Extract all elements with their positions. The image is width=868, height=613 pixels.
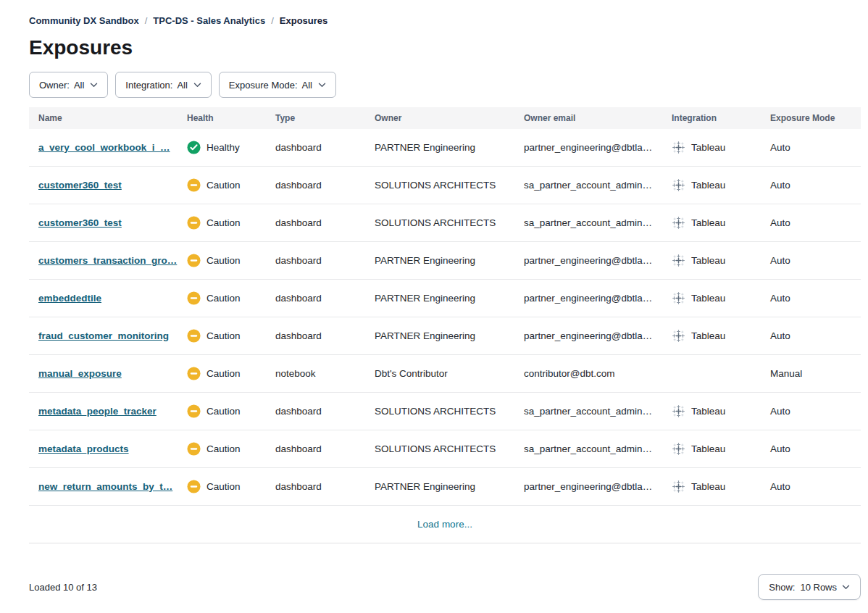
- exposure-mode-cell: Auto: [761, 406, 861, 417]
- footer-bar: Loaded 10 of 13 Show: 10 Rows: [29, 574, 861, 600]
- exposure-mode-cell: Auto: [761, 293, 861, 304]
- integration-cell: Tableau: [662, 216, 761, 230]
- exposure-mode-cell: Manual: [761, 368, 861, 379]
- caution-minus-icon: [187, 291, 201, 305]
- exposure-mode-cell: Auto: [761, 142, 861, 153]
- owner-email-cell: sa_partner_account_admin…: [514, 443, 662, 454]
- table-row: customer360_test Caution dashboard SOLUT…: [29, 167, 861, 204]
- exposure-mode-cell: Auto: [761, 255, 861, 266]
- integration-cell: Tableau: [662, 254, 761, 267]
- chevron-down-icon: [90, 83, 98, 88]
- exposure-mode-cell: Auto: [761, 217, 861, 228]
- integration-label: Tableau: [691, 330, 725, 341]
- tableau-icon: [672, 291, 685, 305]
- breadcrumb-item[interactable]: Community DX Sandbox: [29, 15, 139, 26]
- type-cell: dashboard: [266, 406, 365, 417]
- caution-minus-icon: [187, 254, 201, 267]
- column-header: Owner: [365, 113, 514, 123]
- exposure-name-link[interactable]: customer360_test: [38, 180, 122, 191]
- chevron-down-icon: [193, 83, 201, 88]
- exposure-mode-cell: Auto: [761, 443, 861, 454]
- filters-bar: Owner: All Integration: All Exposure Mod…: [29, 72, 861, 98]
- owner-cell: SOLUTIONS ARCHITECTS: [365, 406, 514, 417]
- breadcrumb-item[interactable]: TPC-DS - Sales Analytics: [153, 15, 265, 26]
- table-row: metadata_products Caution dashboard SOLU…: [29, 430, 861, 468]
- integration-label: Tableau: [691, 180, 725, 191]
- tableau-icon: [672, 216, 685, 230]
- integration-label: Tableau: [691, 293, 725, 304]
- breadcrumb: Community DX Sandbox/TPC-DS - Sales Anal…: [29, 0, 861, 26]
- load-more-row: Load more...: [29, 506, 861, 543]
- type-cell: dashboard: [266, 481, 365, 492]
- type-cell: dashboard: [266, 255, 365, 266]
- health-label: Healthy: [206, 142, 240, 153]
- table-row: customers_transaction_gro… Caution dashb…: [29, 242, 861, 280]
- column-header: Type: [266, 113, 365, 123]
- owner-email-cell: partner_engineering@dbtla…: [514, 255, 662, 266]
- filter-owner-dropdown[interactable]: Owner: All: [29, 72, 108, 98]
- table-header-row: NameHealthTypeOwnerOwner emailIntegratio…: [29, 107, 861, 129]
- load-more-link[interactable]: Load more...: [417, 519, 472, 530]
- owner-cell: PARTNER Engineering: [365, 481, 514, 492]
- owner-email-cell: partner_engineering@dbtla…: [514, 330, 662, 341]
- caution-minus-icon: [187, 367, 201, 380]
- column-header: Exposure Mode: [761, 113, 861, 123]
- column-header: Owner email: [514, 113, 662, 123]
- table-row: embeddedtile Caution dashboard PARTNER E…: [29, 280, 861, 317]
- filter-exposure-mode-dropdown[interactable]: Exposure Mode: All: [219, 72, 336, 98]
- type-cell: dashboard: [266, 330, 365, 341]
- owner-cell: Dbt's Contributor: [365, 368, 514, 379]
- health-label: Caution: [206, 180, 241, 191]
- filter-integration-dropdown[interactable]: Integration: All: [115, 72, 212, 98]
- tableau-icon: [672, 404, 685, 418]
- type-cell: dashboard: [266, 443, 365, 454]
- exposure-name-link[interactable]: manual_exposure: [38, 368, 122, 379]
- loaded-count: Loaded 10 of 13: [29, 582, 97, 593]
- integration-label: Tableau: [691, 255, 725, 266]
- type-cell: dashboard: [266, 180, 365, 191]
- show-label: Show:: [769, 582, 795, 593]
- health-label: Caution: [206, 368, 241, 379]
- exposure-name-link[interactable]: new_return_amounts_by_t…: [38, 481, 172, 492]
- exposure-name-link[interactable]: a_very_cool_workbook_i_…: [38, 142, 170, 153]
- filter-label: Integration:: [125, 80, 172, 91]
- exposure-mode-cell: Auto: [761, 481, 861, 492]
- exposure-mode-cell: Auto: [761, 180, 861, 191]
- owner-cell: PARTNER Engineering: [365, 255, 514, 266]
- show-rows-dropdown[interactable]: Show: 10 Rows: [758, 574, 861, 600]
- table-row: fraud_customer_monitoring Caution dashbo…: [29, 317, 861, 355]
- caution-minus-icon: [187, 178, 201, 192]
- show-value: 10 Rows: [800, 582, 837, 593]
- owner-cell: PARTNER Engineering: [365, 142, 514, 153]
- breadcrumb-item: Exposures: [280, 15, 327, 26]
- exposure-name-link[interactable]: customer360_test: [38, 217, 122, 228]
- health-label: Caution: [206, 330, 241, 341]
- integration-cell: Tableau: [662, 141, 761, 154]
- exposure-name-link[interactable]: customers_transaction_gro…: [38, 255, 177, 266]
- caution-minus-icon: [187, 329, 201, 343]
- tableau-icon: [672, 329, 685, 343]
- integration-label: Tableau: [691, 142, 725, 153]
- owner-cell: SOLUTIONS ARCHITECTS: [365, 443, 514, 454]
- health-label: Caution: [206, 443, 241, 454]
- type-cell: notebook: [266, 368, 365, 379]
- table-row: new_return_amounts_by_t… Caution dashboa…: [29, 468, 861, 506]
- owner-cell: SOLUTIONS ARCHITECTS: [365, 217, 514, 228]
- table-body: a_very_cool_workbook_i_… Healthy dashboa…: [29, 129, 861, 506]
- exposure-name-link[interactable]: embeddedtile: [38, 293, 101, 304]
- filter-value: All: [302, 80, 312, 91]
- breadcrumb-separator: /: [271, 15, 274, 26]
- integration-label: Tableau: [691, 443, 725, 454]
- exposure-name-link[interactable]: metadata_products: [38, 443, 129, 454]
- caution-minus-icon: [187, 404, 201, 418]
- owner-email-cell: partner_engineering@dbtla…: [514, 293, 662, 304]
- owner-email-cell: sa_partner_account_admin…: [514, 180, 662, 191]
- health-label: Caution: [206, 481, 241, 492]
- tableau-icon: [672, 480, 685, 493]
- tableau-icon: [672, 442, 685, 456]
- exposure-name-link[interactable]: metadata_people_tracker: [38, 406, 157, 417]
- table-row: a_very_cool_workbook_i_… Healthy dashboa…: [29, 129, 861, 167]
- integration-cell: Tableau: [662, 291, 761, 305]
- exposure-name-link[interactable]: fraud_customer_monitoring: [38, 330, 169, 341]
- integration-cell: Tableau: [662, 404, 761, 418]
